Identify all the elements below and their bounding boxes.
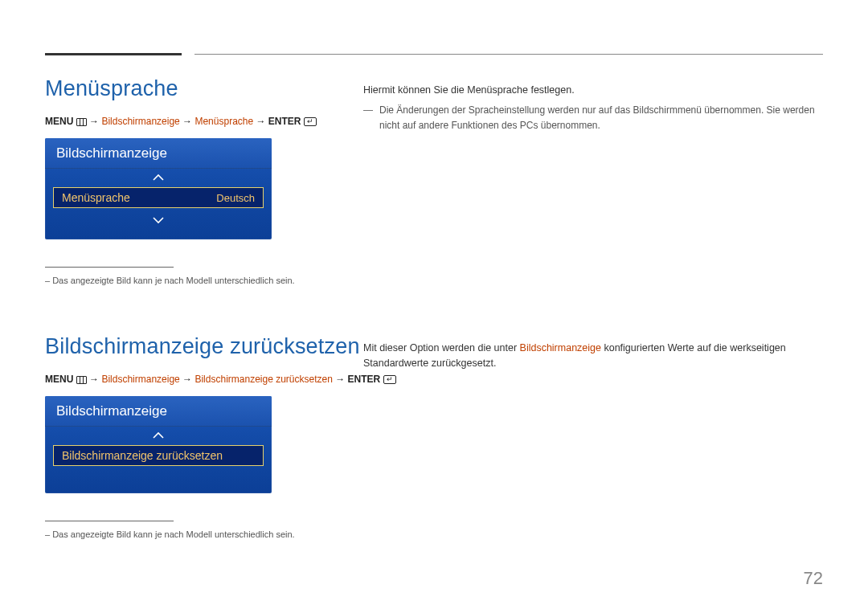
right-text-before: Mit dieser Option werden die unter (363, 342, 520, 353)
footnote-2: – Das angezeigte Bild kann je nach Model… (45, 529, 823, 539)
menu-icon (76, 118, 87, 126)
enter-icon (304, 117, 317, 126)
section-zuruecksetzen: Bildschirmanzeige zurücksetzen MENU → Bi… (45, 334, 823, 539)
bc2-arrow-2: → (182, 374, 192, 385)
osd-spacer (45, 469, 272, 482)
dash-text-1: Die Änderungen der Spracheinstellung wer… (379, 103, 823, 133)
osd-row-zuruecksetzen[interactable]: Bildschirmanzeige zurücksetzen (53, 445, 264, 466)
osd-row-label-2: Bildschirmanzeige zurücksetzen (62, 449, 223, 462)
osd-panel-2: Bildschirmanzeige Bildschirmanzeige zurü… (45, 396, 272, 493)
menu-icon (76, 376, 87, 384)
footnote-divider-1 (45, 267, 174, 268)
footnote-divider-2 (45, 521, 174, 521)
chevron-up-icon (152, 174, 165, 182)
lead-text-1: Hiermit können Sie die Menüsprache festl… (363, 83, 823, 98)
osd-title-2: Bildschirmanzeige (45, 396, 272, 427)
osd-row-label: Menüsprache (62, 191, 130, 204)
breadcrumb-zuruecksetzen: MENU → Bildschirmanzeige → Bildschirmanz… (45, 374, 823, 385)
section-menusprache: Menüsprache MENU → Bildschirmanzeige → M… (45, 76, 823, 285)
bc2-enter-label: ENTER (348, 374, 381, 385)
bc-part-menusprache: Menüsprache (194, 116, 253, 127)
page-number: 72 (804, 568, 823, 589)
bc-enter-label: ENTER (268, 116, 301, 127)
right-text-hl: Bildschirmanzeige (520, 342, 601, 353)
bc-arrow-2: → (182, 116, 192, 127)
bc-arrow-1: → (89, 116, 99, 127)
osd-row-menusprache[interactable]: Menüsprache Deutsch (53, 187, 264, 208)
bc-part-bildschirmanzeige: Bildschirmanzeige (101, 116, 179, 127)
bc-menu-label: MENU (45, 116, 73, 127)
bc2-menu-label: MENU (45, 374, 73, 385)
bc2-part-zuruecksetzen: Bildschirmanzeige zurücksetzen (194, 374, 332, 385)
chevron-up-icon (152, 431, 165, 439)
osd-up-arrow[interactable] (45, 169, 272, 186)
chevron-down-icon (152, 216, 165, 224)
dash-note-1: Die Änderungen der Spracheinstellung wer… (363, 103, 823, 133)
bc2-arrow-1: → (89, 374, 99, 385)
enter-icon (383, 375, 396, 384)
osd-down-arrow[interactable] (45, 211, 272, 228)
bc-arrow-3: → (256, 116, 266, 127)
osd-up-arrow-2[interactable] (45, 427, 272, 443)
right-column-1: Hiermit können Sie die Menüsprache festl… (363, 83, 823, 133)
right-text-2: Mit dieser Option werden die unter Bilds… (363, 341, 823, 372)
osd-title-1: Bildschirmanzeige (45, 138, 272, 169)
footnote-1: – Das angezeigte Bild kann je nach Model… (45, 276, 823, 285)
osd-panel-1: Bildschirmanzeige Menüsprache Deutsch (45, 138, 272, 239)
dash-icon (363, 110, 373, 111)
bc2-part-bildschirmanzeige: Bildschirmanzeige (101, 374, 179, 385)
osd-row-value: Deutsch (216, 192, 255, 204)
page-top-rule (45, 53, 823, 55)
right-column-2: Mit dieser Option werden die unter Bilds… (363, 341, 823, 372)
bc2-arrow-3: → (335, 374, 345, 385)
